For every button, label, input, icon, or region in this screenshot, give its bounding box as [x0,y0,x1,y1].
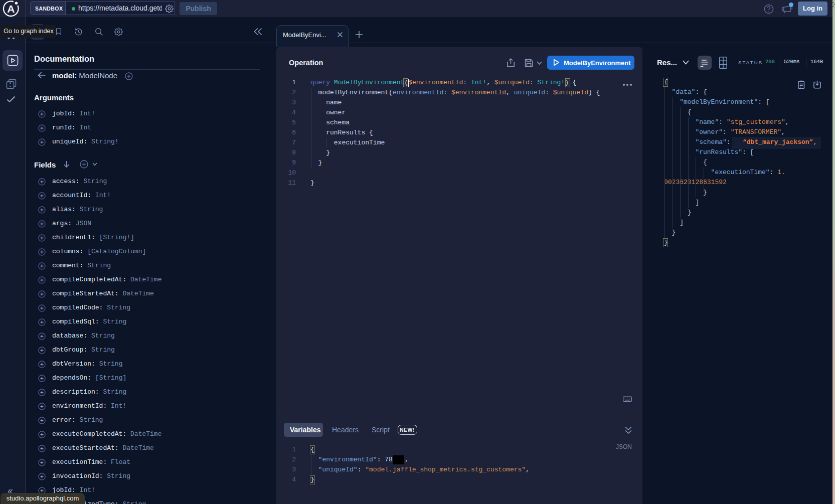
svg-text:A: A [7,3,15,15]
